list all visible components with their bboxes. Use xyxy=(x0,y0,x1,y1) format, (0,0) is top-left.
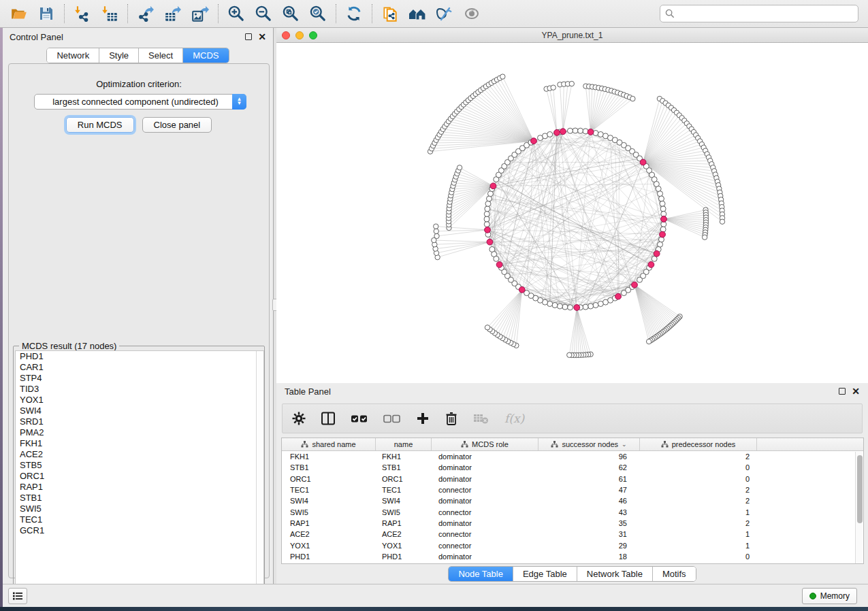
tab-mcds[interactable]: MCDS xyxy=(183,48,228,63)
import-table-icon xyxy=(101,5,118,22)
zoom-fit-button[interactable] xyxy=(277,2,304,25)
export-network-button[interactable] xyxy=(132,2,159,25)
save-session-button[interactable] xyxy=(33,2,60,25)
result-node-item[interactable]: SWI5 xyxy=(16,503,263,514)
tab-style[interactable]: Style xyxy=(99,48,139,63)
table-body: FKH1FKH1dominator962STB1STB1dominator620… xyxy=(282,451,863,562)
tab-edge-table[interactable]: Edge Table xyxy=(513,567,577,581)
mcds-result-list[interactable]: PHD1CAR1STP4TID3YOX1SWI4SRD1PMA2FKH1ACE2… xyxy=(15,350,264,598)
network-canvas[interactable] xyxy=(276,43,868,382)
show-columns-icon[interactable] xyxy=(321,412,336,425)
close-panel-icon[interactable]: ✕ xyxy=(852,388,860,395)
result-node-item[interactable]: ORC1 xyxy=(16,471,263,482)
import-network-button[interactable] xyxy=(69,2,96,25)
result-node-item[interactable]: STB5 xyxy=(16,460,263,471)
network-titlebar[interactable]: YPA_prune.txt_1 xyxy=(276,28,868,43)
result-node-item[interactable]: PMA2 xyxy=(16,427,263,438)
result-node-item[interactable]: GCR1 xyxy=(16,525,263,536)
result-node-item[interactable]: ACE2 xyxy=(16,449,263,460)
zoom-in-button[interactable] xyxy=(223,2,250,25)
result-node-item[interactable]: RAP1 xyxy=(16,482,263,493)
select-all-icon[interactable] xyxy=(351,412,368,425)
table-row[interactable]: RAP1RAP1dominator352 xyxy=(282,518,863,529)
column-header-MCDS-role[interactable]: MCDS role xyxy=(432,438,539,450)
column-hierarchy-icon xyxy=(301,441,308,448)
deselect-all-icon[interactable] xyxy=(383,412,401,425)
table-toolbar: f(x) xyxy=(282,403,863,433)
result-node-item[interactable]: SWI4 xyxy=(16,406,263,416)
result-node-item[interactable]: SRD1 xyxy=(16,416,263,427)
save-icon xyxy=(38,5,54,22)
table-row[interactable]: ORC1ORC1dominator610 xyxy=(282,474,863,484)
column-header-predecessor-nodes[interactable]: predecessor nodes xyxy=(640,438,757,450)
search-input[interactable] xyxy=(678,9,853,18)
table-scrollbar[interactable] xyxy=(855,452,863,563)
result-node-item[interactable]: YOX1 xyxy=(16,395,263,406)
tab-node-table[interactable]: Node Table xyxy=(449,567,513,581)
import-table-button[interactable] xyxy=(96,2,123,25)
control-panel-tabbar: NetworkStyleSelectMCDS xyxy=(46,48,229,63)
run-mcds-button[interactable]: Run MCDS xyxy=(66,117,134,133)
table-row[interactable]: YOX1YOX1connector291 xyxy=(282,540,863,550)
table-row[interactable]: SWI5SWI5connector431 xyxy=(282,506,863,517)
result-node-item[interactable]: TEC1 xyxy=(16,514,263,525)
result-node-item[interactable]: PHD1 xyxy=(16,351,263,362)
column-header-name[interactable]: name xyxy=(376,438,432,450)
search-box[interactable] xyxy=(660,5,858,22)
network-file-icon xyxy=(381,5,399,22)
table-row[interactable]: SWI4SWI4dominator462 xyxy=(282,495,863,506)
column-header-successor-nodes[interactable]: successor nodes⌄ xyxy=(539,438,640,450)
memory-status-icon xyxy=(809,593,816,599)
close-panel-icon[interactable]: ✕ xyxy=(258,33,266,40)
toolbar-separator xyxy=(64,4,65,23)
float-panel-icon[interactable] xyxy=(839,388,846,395)
apply-layout-button[interactable] xyxy=(340,2,368,25)
result-node-item[interactable]: STB1 xyxy=(16,493,263,503)
table-row[interactable]: STB1STB1dominator620 xyxy=(282,462,863,473)
open-file-button[interactable] xyxy=(5,2,33,25)
table-row[interactable]: ACE2ACE2connector311 xyxy=(282,529,863,540)
table-row[interactable]: FKH1FKH1dominator962 xyxy=(282,451,863,462)
result-node-item[interactable]: STP4 xyxy=(16,373,263,384)
tab-motifs[interactable]: Motifs xyxy=(653,567,696,581)
close-panel-button[interactable]: Close panel xyxy=(142,117,212,133)
zoom-out-icon xyxy=(255,5,272,22)
result-node-item[interactable]: CAR1 xyxy=(16,362,263,373)
float-panel-icon[interactable] xyxy=(245,33,252,40)
criterion-select[interactable]: largest connected component (undirected)… xyxy=(34,94,246,110)
tab-network[interactable]: Network xyxy=(47,48,99,63)
zoom-fit-icon xyxy=(282,5,300,22)
network-window: YPA_prune.txt_1 xyxy=(276,28,868,383)
zoom-selected-button[interactable] xyxy=(304,2,332,25)
add-column-icon[interactable] xyxy=(416,412,430,425)
refresh-icon xyxy=(345,5,363,22)
show-all-networks-button[interactable] xyxy=(404,2,431,25)
tab-network-table[interactable]: Network Table xyxy=(577,567,653,581)
gear-icon[interactable] xyxy=(292,412,306,425)
scrollbar-thumb[interactable] xyxy=(857,455,863,523)
eye-icon xyxy=(462,5,481,22)
export-image-button[interactable] xyxy=(187,2,214,25)
export-image-icon xyxy=(191,5,209,22)
table-row[interactable]: TEC1TEC1connector472 xyxy=(282,484,863,495)
zoom-in-icon xyxy=(227,5,245,22)
result-node-item[interactable]: FKH1 xyxy=(16,438,263,449)
hide-annotations-button[interactable] xyxy=(431,2,458,25)
delete-column-icon[interactable] xyxy=(445,412,458,425)
show-panels-button[interactable] xyxy=(8,588,27,604)
result-list-scrollbar[interactable] xyxy=(256,351,263,597)
result-node-item[interactable]: TID3 xyxy=(16,384,263,395)
table-panel-title: Table Panel xyxy=(285,386,331,397)
control-panel-title: Control Panel xyxy=(10,32,63,42)
column-hierarchy-icon xyxy=(551,441,558,448)
search-icon xyxy=(665,9,675,18)
zoom-out-button[interactable] xyxy=(250,2,277,25)
network-file-button[interactable] xyxy=(376,2,404,25)
show-eye-button[interactable] xyxy=(458,2,485,25)
memory-button[interactable]: Memory xyxy=(802,588,857,604)
table-row[interactable]: PHD1PHD1dominator180 xyxy=(282,551,863,562)
tab-select[interactable]: Select xyxy=(139,48,183,63)
memory-label: Memory xyxy=(820,591,850,601)
column-header-shared-name[interactable]: shared name xyxy=(282,438,376,450)
export-table-button[interactable] xyxy=(159,2,187,25)
